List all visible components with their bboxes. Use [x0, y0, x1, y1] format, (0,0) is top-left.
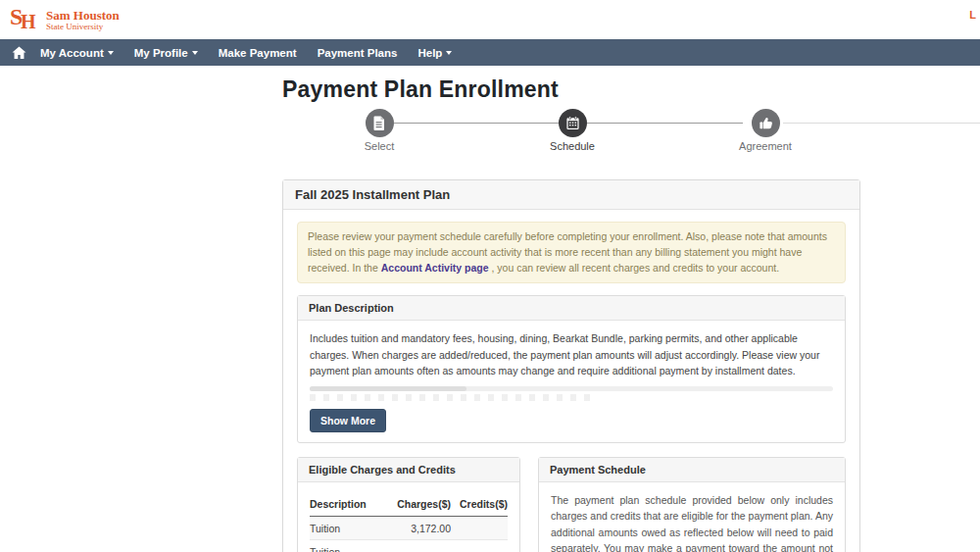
- col-description: Description: [310, 492, 390, 517]
- credit-amount: 3,172.00: [451, 540, 508, 552]
- select-step-circle: [366, 109, 394, 137]
- schedule-step-circle: [559, 109, 587, 137]
- eligible-charges-table: Description Charges($) Credits($) Tuitio…: [310, 492, 508, 552]
- nav-make-payment-label: Make Payment: [219, 47, 297, 59]
- table-row: Tuition 3,172.00: [310, 517, 508, 540]
- description-scrollbar-track: [310, 386, 833, 391]
- charge-description: Tuition: [310, 517, 390, 540]
- step-agreement-label: Agreement: [707, 140, 824, 152]
- step-select-label: Select: [320, 140, 438, 152]
- shsu-logo-text: Sam Houston State University: [46, 7, 120, 31]
- col-credits: Credits($): [451, 492, 508, 517]
- step-agreement: Agreement: [707, 109, 824, 152]
- step-schedule-label: Schedule: [514, 140, 631, 152]
- table-row: Tuition (adjustment) 3,172.00: [310, 540, 508, 552]
- logo-line1: Sam Houston: [46, 9, 120, 23]
- nav-my-profile-label: My Profile: [134, 47, 188, 59]
- plan-description-title: Plan Description: [298, 296, 845, 321]
- eligible-charges-title: Eligible Charges and Credits: [298, 458, 519, 482]
- plan-description-body: Includes tuition and mandatory fees, hou…: [310, 330, 833, 378]
- page-title: Payment Plan Enrollment: [282, 76, 860, 103]
- chevron-down-icon: [446, 51, 452, 55]
- shsu-logo[interactable]: S H Sam Houston State University: [10, 5, 120, 34]
- logo-line2: State University: [46, 23, 120, 31]
- top-bar: S H Sam Houston State University L: [0, 0, 980, 39]
- credit-amount: [451, 517, 508, 540]
- document-icon: [372, 116, 386, 130]
- main-navbar: My Account My Profile Make Payment Payme…: [0, 39, 980, 66]
- charge-amount: [390, 540, 451, 552]
- description-truncated-fade: [310, 394, 598, 401]
- charge-amount: 3,172.00: [390, 517, 451, 540]
- installment-plan-title: Fall 2025 Installment Plan: [283, 180, 859, 210]
- chevron-down-icon: [192, 51, 198, 55]
- step-select: Select: [320, 109, 438, 152]
- nav-payment-plans-label: Payment Plans: [318, 47, 398, 59]
- col-charges: Charges($): [390, 492, 451, 517]
- home-button[interactable]: [12, 46, 26, 60]
- payment-schedule-card: Payment Schedule The payment plan schedu…: [538, 457, 846, 552]
- calendar-icon: [565, 116, 580, 130]
- thumbs-up-icon: [759, 116, 773, 130]
- nav-payment-plans[interactable]: Payment Plans: [318, 47, 398, 59]
- plan-description-card: Plan Description Includes tuition and ma…: [297, 295, 846, 443]
- nav-my-profile[interactable]: My Profile: [134, 47, 198, 59]
- charge-description: Tuition (adjustment): [310, 540, 390, 552]
- eligible-charges-card: Eligible Charges and Credits Description…: [297, 457, 520, 552]
- nav-my-account[interactable]: My Account: [40, 47, 114, 59]
- review-notice: Please review your payment schedule care…: [297, 222, 846, 283]
- agreement-step-circle: [752, 109, 780, 137]
- description-scrollbar-thumb[interactable]: [310, 386, 466, 391]
- nav-help[interactable]: Help: [417, 47, 452, 59]
- enrollment-steps: Select Schedule: [282, 109, 860, 170]
- notice-text-after: , you can review all recent charges and …: [489, 262, 780, 274]
- account-activity-link[interactable]: Account Activity page: [381, 262, 489, 274]
- nav-my-account-label: My Account: [40, 47, 104, 59]
- nav-help-label: Help: [417, 47, 442, 59]
- home-icon: [12, 46, 26, 60]
- payment-schedule-title: Payment Schedule: [539, 458, 845, 482]
- show-more-button[interactable]: Show More: [310, 409, 386, 432]
- nav-make-payment[interactable]: Make Payment: [219, 47, 297, 59]
- step-schedule: Schedule: [514, 109, 631, 152]
- installment-plan-panel: Fall 2025 Installment Plan Please review…: [282, 179, 860, 552]
- payment-schedule-body: The payment plan schedule provided below…: [551, 492, 833, 552]
- chevron-down-icon: [108, 51, 114, 55]
- shsu-monogram-icon: S H: [10, 5, 39, 34]
- logout-link-partial[interactable]: L: [969, 9, 976, 21]
